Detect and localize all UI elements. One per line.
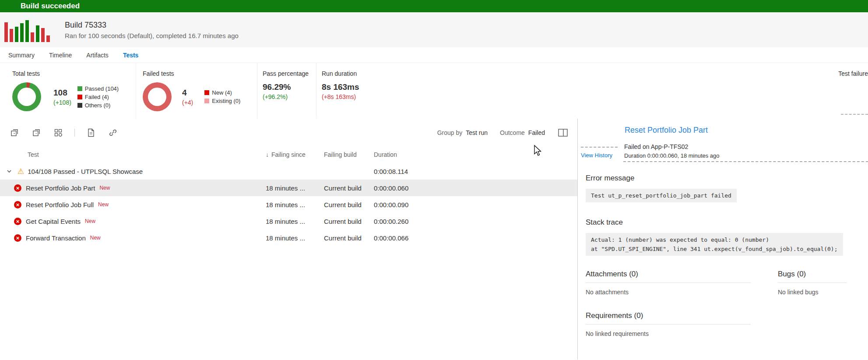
run-duration-label: Run duration <box>322 70 408 77</box>
failing-build-value: Current build <box>324 234 374 242</box>
test-row[interactable]: × Reset Portfolio Job Part New 18 minute… <box>0 180 577 196</box>
failed-test-icon: × <box>14 184 21 192</box>
test-name: Forward Transaction <box>26 234 86 242</box>
tab-summary[interactable]: Summary <box>8 52 35 59</box>
export-report-button[interactable] <box>85 127 97 138</box>
test-run-duration: 0:00:08.114 <box>374 168 577 175</box>
test-name: Reset Portfolio Job Full <box>26 201 94 208</box>
attachments-heading: Attachments (0) <box>586 270 778 279</box>
logo-bar <box>20 23 24 42</box>
test-list-pane: Group by Test run Outcome Failed Test ↓ … <box>0 119 577 360</box>
failing-build-value: Current build <box>324 201 374 208</box>
logo-bar <box>36 25 39 42</box>
collapse-all-button[interactable] <box>31 127 42 138</box>
outcome-dropdown[interactable]: Failed <box>528 129 545 136</box>
test-row[interactable]: × Forward Transaction New 18 minutes ...… <box>0 229 577 246</box>
legend-passed-label: Passed (104) <box>85 85 119 93</box>
column-options-icon <box>54 128 63 137</box>
attachments-section: Attachments (0) No attachments <box>586 270 778 296</box>
bugs-empty-text: No linked bugs <box>778 289 847 296</box>
new-failure-badge: New <box>99 185 110 191</box>
run-duration-delta: (+8s 163ms) <box>322 93 408 100</box>
pass-percentage-delta: (+96.2%) <box>263 93 316 100</box>
trend-placeholder-dashed-line <box>841 114 868 115</box>
column-options-button[interactable] <box>53 127 64 138</box>
legend-failed-label: Failed (4) <box>85 93 109 101</box>
pass-percentage-label: Pass percentage <box>263 70 316 77</box>
legend-others-label: Others (0) <box>85 101 111 109</box>
total-tests-label: Total tests <box>12 70 136 77</box>
copy-link-button[interactable] <box>107 127 119 138</box>
stack-trace-line: Actual: 1 (number) was expected to equal… <box>591 235 838 244</box>
column-header-failing-build[interactable]: Failing build <box>324 151 374 158</box>
tab-timeline[interactable]: Timeline <box>49 52 72 59</box>
failing-since-header-label: Failing since <box>271 151 306 158</box>
stat-failed-tests: Failed tests 4 (+4) New (4) Existing (0) <box>136 63 257 119</box>
tab-tests[interactable]: Tests <box>123 52 139 59</box>
failing-since-value: 18 minutes ... <box>266 234 324 242</box>
link-icon <box>109 128 117 137</box>
logo-bar <box>15 27 18 42</box>
failed-tests-label: Failed tests <box>143 70 257 77</box>
pass-percentage-value: 96.29% <box>263 82 316 92</box>
build-status-banner: Build succeeded <box>0 0 868 12</box>
failed-swatch <box>77 95 82 99</box>
logo-bar <box>25 20 29 42</box>
build-subtitle: Ran for 100 seconds (Default), completed… <box>65 32 239 39</box>
expand-all-button[interactable] <box>9 127 20 138</box>
logo-bar <box>10 29 13 42</box>
collapse-all-icon <box>32 128 41 137</box>
tab-bar: Summary Timeline Artifacts Tests <box>0 47 868 63</box>
tab-artifacts[interactable]: Artifacts <box>86 52 109 59</box>
build-results-page: Build succeeded Build 75333 Ran for 100 … <box>0 0 868 360</box>
test-name: Get Capital Events <box>26 218 81 225</box>
column-header-test[interactable]: Test <box>0 151 266 158</box>
total-tests-value: 108 <box>53 88 71 98</box>
report-document-icon <box>87 128 95 137</box>
view-history-link[interactable]: View History <box>581 152 612 159</box>
stat-run-duration: Run duration 8s 163ms (+8s 163ms) <box>316 63 408 119</box>
logo-bar <box>46 35 50 42</box>
failed-tests-value: 4 <box>182 88 193 98</box>
details-panel-toggle-button[interactable] <box>557 127 569 138</box>
bugs-heading: Bugs (0) <box>778 270 847 279</box>
failed-test-icon: × <box>14 218 21 225</box>
duration-value: 0:00:00.090 <box>374 201 577 208</box>
test-run-group-row[interactable]: ⚠ 104/108 Passed - UTPLSQL Showcase 0:00… <box>0 163 577 180</box>
build-status-text: Build succeeded <box>21 2 80 10</box>
failed-test-icon: × <box>14 234 21 242</box>
build-header: Build 75333 Ran for 100 seconds (Default… <box>0 12 868 47</box>
attachments-empty-text: No attachments <box>586 289 778 296</box>
new-failure-badge: New <box>85 218 95 224</box>
failed-tests-donut-chart <box>143 82 172 111</box>
expand-all-icon <box>10 128 19 137</box>
requirements-section: Requirements (0) No linked requirements <box>586 311 847 337</box>
failing-since-value: 18 minutes ... <box>266 218 324 225</box>
test-row[interactable]: × Get Capital Events New 18 minutes ... … <box>0 213 577 229</box>
new-failure-badge: New <box>98 201 109 208</box>
chevron-down-icon[interactable] <box>7 169 12 173</box>
failing-since-value: 18 minutes ... <box>266 201 324 208</box>
failing-build-value: Current build <box>324 218 374 225</box>
failing-build-value: Current build <box>324 184 374 192</box>
duration-value: 0:00:00.060 <box>374 184 577 192</box>
section-divider <box>586 324 751 325</box>
detail-body: Error message Test ut_p_reset_portfolio_… <box>578 174 868 337</box>
group-by-dropdown[interactable]: Test run <box>466 129 488 136</box>
test-run-title: 104/108 Passed - UTPLSQL Showcase <box>28 168 143 175</box>
duration-value: 0:00:00.066 <box>374 234 577 242</box>
failed-tests-delta: (+4) <box>182 99 193 106</box>
failed-test-icon: × <box>14 201 21 208</box>
test-row[interactable]: × Reset Portfolio Job Full New 18 minute… <box>0 196 577 213</box>
requirements-heading: Requirements (0) <box>586 311 847 320</box>
failed-tests-legend: New (4) Existing (0) <box>204 88 240 105</box>
redacted-dashed-line <box>623 161 868 162</box>
total-tests-donut-chart <box>12 82 41 111</box>
stat-pass-percentage: Pass percentage 96.29% (+96.2%) <box>257 63 316 119</box>
section-divider <box>586 282 751 283</box>
stack-trace-heading: Stack trace <box>586 218 847 227</box>
column-header-duration[interactable]: Duration <box>374 151 577 158</box>
build-title: Build 75333 <box>65 21 239 30</box>
column-header-failing-since[interactable]: ↓ Failing since <box>266 151 324 158</box>
test-detail-pane: Reset Portfolio Job Part Failed on App-P… <box>577 119 868 360</box>
